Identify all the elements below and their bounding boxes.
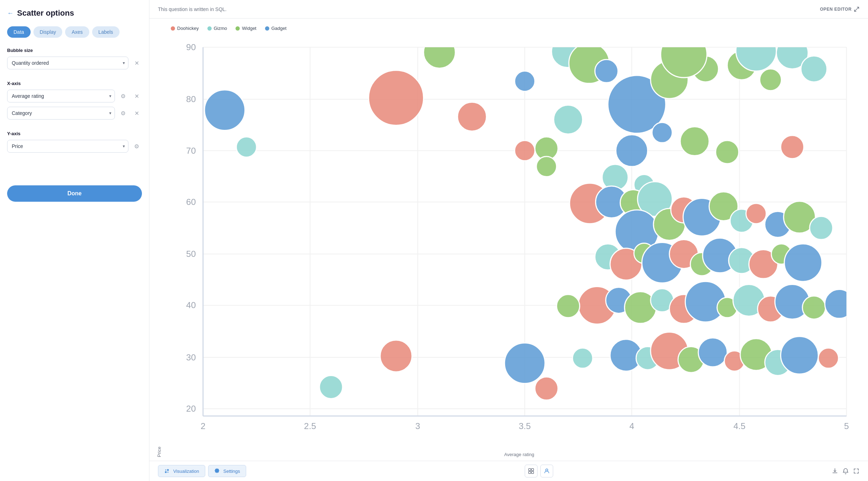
svg-text:60: 60 xyxy=(186,197,196,207)
chart-inner: 20 30 40 50 60 70 80 90 2 2.5 3 3.5 xyxy=(163,35,857,457)
legend-dot-widget xyxy=(235,26,240,31)
bubble-size-select[interactable]: Quantity ordered None xyxy=(7,57,128,69)
svg-rect-120 xyxy=(529,469,531,471)
svg-point-104 xyxy=(781,337,819,374)
visualization-button[interactable]: Visualization xyxy=(158,465,205,477)
fullscreen-icon xyxy=(853,468,859,474)
svg-point-116 xyxy=(165,471,167,473)
svg-point-50 xyxy=(781,136,804,159)
y-axis-label: Y-axis xyxy=(7,131,142,136)
expand-button[interactable] xyxy=(853,468,859,474)
svg-point-33 xyxy=(236,137,256,157)
sidebar-title: Scatter options xyxy=(17,9,74,18)
x-axis-field1-select[interactable]: Average rating Price Quantity ordered xyxy=(7,90,115,102)
x-axis-field1-settings-button[interactable]: ⚙ xyxy=(118,91,128,101)
svg-text:2.5: 2.5 xyxy=(304,421,316,431)
svg-text:2: 2 xyxy=(201,421,206,431)
open-editor-label: OPEN EDITOR xyxy=(820,7,852,12)
bell-icon xyxy=(842,468,849,474)
tab-axes[interactable]: Axes xyxy=(65,26,89,38)
grid-icon xyxy=(528,468,534,474)
y-axis-field1-settings-button[interactable]: ⚙ xyxy=(131,141,142,152)
legend-item-gadget: Gadget xyxy=(265,26,287,31)
y-axis-field1-select[interactable]: Price Average rating Quantity ordered xyxy=(7,140,128,153)
x-axis-section: X-axis Average rating Price Quantity ord… xyxy=(7,81,142,124)
svg-point-57 xyxy=(515,141,535,161)
chart-container: Price xyxy=(157,35,857,457)
tab-labels[interactable]: Labels xyxy=(92,26,120,38)
visualization-icon xyxy=(164,468,170,474)
open-editor-button[interactable]: OPEN EDITOR xyxy=(820,6,859,12)
settings-label: Settings xyxy=(223,469,240,474)
chart-area: Doohickey Gizmo Widget Gadget Price xyxy=(149,18,868,461)
person-icon xyxy=(544,468,550,474)
legend-label-gizmo: Gizmo xyxy=(214,26,227,31)
svg-text:70: 70 xyxy=(186,146,196,155)
sidebar: ← Scatter options Data Display Axes Labe… xyxy=(0,0,149,481)
chart-svg-area: 20 30 40 50 60 70 80 90 2 2.5 3 3.5 xyxy=(163,35,857,450)
tab-group: Data Display Axes Labels xyxy=(7,26,142,38)
svg-point-109 xyxy=(504,343,545,384)
svg-point-111 xyxy=(536,157,557,177)
chart-legend: Doohickey Gizmo Widget Gadget xyxy=(157,26,857,31)
svg-text:3.5: 3.5 xyxy=(519,421,531,431)
back-button[interactable]: ← xyxy=(7,10,14,17)
sidebar-header: ← Scatter options xyxy=(7,9,142,18)
main-content: This question is written in SQL. OPEN ED… xyxy=(149,0,868,481)
legend-item-gizmo: Gizmo xyxy=(207,26,227,31)
legend-item-widget: Widget xyxy=(235,26,256,31)
svg-text:80: 80 xyxy=(186,94,196,104)
svg-point-58 xyxy=(554,105,582,134)
scatter-chart-svg: 20 30 40 50 60 70 80 90 2 2.5 3 3.5 xyxy=(163,35,857,450)
done-button[interactable]: Done xyxy=(7,185,142,202)
svg-text:4.5: 4.5 xyxy=(734,421,746,431)
svg-point-113 xyxy=(572,348,593,368)
bubble-size-clear-button[interactable]: ✕ xyxy=(131,58,142,68)
bubble-size-label: Bubble size xyxy=(7,48,142,53)
bubble-size-row: Quantity ordered None ▾ ✕ xyxy=(7,57,142,69)
x-axis-field2-select[interactable]: Category None xyxy=(7,107,115,120)
svg-rect-121 xyxy=(531,469,534,471)
svg-text:20: 20 xyxy=(186,404,196,413)
legend-label-widget: Widget xyxy=(242,26,256,31)
svg-text:3: 3 xyxy=(416,421,420,431)
x-axis-field2-settings-button[interactable]: ⚙ xyxy=(118,108,128,118)
svg-point-49 xyxy=(801,56,827,82)
svg-point-35 xyxy=(424,36,455,68)
bottom-bar: Visualization Settings xyxy=(149,461,868,481)
svg-text:40: 40 xyxy=(186,300,196,310)
tab-display[interactable]: Display xyxy=(33,26,63,38)
x-axis-field1-clear-button[interactable]: ✕ xyxy=(131,91,142,101)
svg-point-100 xyxy=(698,338,727,367)
svg-text:50: 50 xyxy=(186,249,196,259)
visualization-label: Visualization xyxy=(173,469,199,474)
bottom-right-actions xyxy=(832,468,859,474)
svg-point-124 xyxy=(546,469,548,471)
tab-data[interactable]: Data xyxy=(7,26,31,38)
alert-button[interactable] xyxy=(842,468,849,474)
svg-point-47 xyxy=(736,35,777,71)
x-axis-field1-wrapper: Average rating Price Quantity ordered ▾ xyxy=(7,90,115,102)
svg-point-117 xyxy=(167,469,169,471)
x-axis-field2-clear-button[interactable]: ✕ xyxy=(131,108,142,118)
svg-point-34 xyxy=(369,70,423,125)
grid-view-button[interactable] xyxy=(525,465,538,477)
svg-point-37 xyxy=(515,71,535,91)
svg-point-55 xyxy=(680,127,709,155)
x-axis-field2-wrapper: Category None ▾ xyxy=(7,107,115,120)
svg-point-40 xyxy=(595,59,618,83)
svg-point-118 xyxy=(168,472,169,473)
download-button[interactable] xyxy=(832,468,838,474)
svg-point-70 xyxy=(746,204,766,224)
settings-button[interactable]: Settings xyxy=(208,465,246,477)
legend-label-gadget: Gadget xyxy=(271,26,287,31)
main-topbar: This question is written in SQL. OPEN ED… xyxy=(149,0,868,18)
legend-dot-doohickey xyxy=(171,26,175,31)
y-axis-field1-wrapper: Price Average rating Quantity ordered ▾ xyxy=(7,140,128,153)
settings-icon xyxy=(214,468,220,474)
svg-point-32 xyxy=(205,90,245,131)
svg-text:30: 30 xyxy=(186,353,196,362)
download-icon xyxy=(832,468,838,474)
legend-dot-gadget xyxy=(265,26,269,31)
person-view-button[interactable] xyxy=(540,465,553,477)
